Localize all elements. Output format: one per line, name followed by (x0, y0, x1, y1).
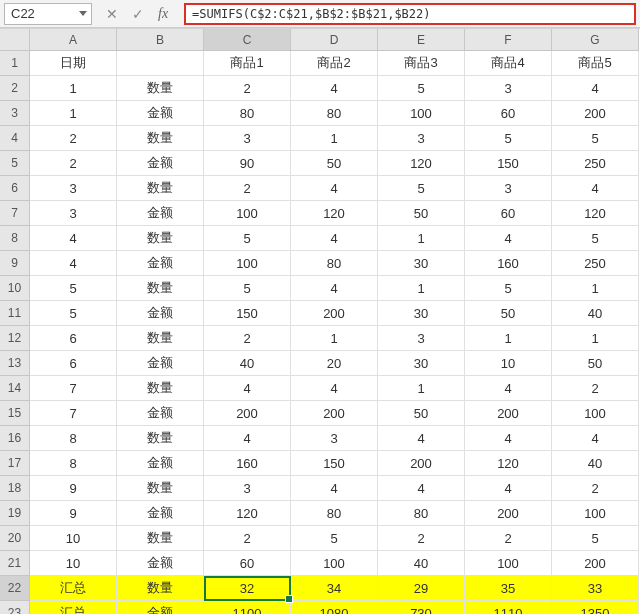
cell-C4[interactable]: 3 (204, 126, 291, 151)
row-header-12[interactable]: 12 (0, 326, 30, 351)
cell-E9[interactable]: 30 (378, 251, 465, 276)
cell-B3[interactable]: 金额 (117, 101, 204, 126)
cell-D7[interactable]: 120 (291, 201, 378, 226)
cell-F16[interactable]: 4 (465, 426, 552, 451)
cell-B4[interactable]: 数量 (117, 126, 204, 151)
cell-F15[interactable]: 200 (465, 401, 552, 426)
cell-D5[interactable]: 50 (291, 151, 378, 176)
cell-A12[interactable]: 6 (30, 326, 117, 351)
cell-B15[interactable]: 金额 (117, 401, 204, 426)
row-header-14[interactable]: 14 (0, 376, 30, 401)
fx-icon[interactable]: fx (158, 6, 174, 22)
cell-D23[interactable]: 1080 (291, 601, 378, 614)
row-header-4[interactable]: 4 (0, 126, 30, 151)
cell-E13[interactable]: 30 (378, 351, 465, 376)
cell-G22[interactable]: 33 (552, 576, 639, 601)
cell-E6[interactable]: 5 (378, 176, 465, 201)
cell-F17[interactable]: 120 (465, 451, 552, 476)
cell-B16[interactable]: 数量 (117, 426, 204, 451)
cell-C11[interactable]: 150 (204, 301, 291, 326)
cell-F10[interactable]: 5 (465, 276, 552, 301)
cell-E5[interactable]: 120 (378, 151, 465, 176)
col-header-C[interactable]: C (204, 29, 291, 51)
row-header-19[interactable]: 19 (0, 501, 30, 526)
cell-B10[interactable]: 数量 (117, 276, 204, 301)
cell-C6[interactable]: 2 (204, 176, 291, 201)
cell-F7[interactable]: 60 (465, 201, 552, 226)
cell-G18[interactable]: 2 (552, 476, 639, 501)
col-header-F[interactable]: F (465, 29, 552, 51)
cell-C13[interactable]: 40 (204, 351, 291, 376)
cell-G10[interactable]: 1 (552, 276, 639, 301)
cell-F22[interactable]: 35 (465, 576, 552, 601)
cell-F21[interactable]: 100 (465, 551, 552, 576)
cell-D4[interactable]: 1 (291, 126, 378, 151)
cell-B23[interactable]: 金额 (117, 601, 204, 614)
cell-D20[interactable]: 5 (291, 526, 378, 551)
row-header-22[interactable]: 22 (0, 576, 30, 601)
cell-A4[interactable]: 2 (30, 126, 117, 151)
cell-C21[interactable]: 60 (204, 551, 291, 576)
cell-B12[interactable]: 数量 (117, 326, 204, 351)
cell-C20[interactable]: 2 (204, 526, 291, 551)
row-header-6[interactable]: 6 (0, 176, 30, 201)
cell-D21[interactable]: 100 (291, 551, 378, 576)
cell-E2[interactable]: 5 (378, 76, 465, 101)
cell-E1[interactable]: 商品3 (378, 51, 465, 76)
cell-B7[interactable]: 金额 (117, 201, 204, 226)
cell-C8[interactable]: 5 (204, 226, 291, 251)
row-header-1[interactable]: 1 (0, 51, 30, 76)
cell-B20[interactable]: 数量 (117, 526, 204, 551)
cell-F2[interactable]: 3 (465, 76, 552, 101)
cell-B14[interactable]: 数量 (117, 376, 204, 401)
row-header-2[interactable]: 2 (0, 76, 30, 101)
cell-C10[interactable]: 5 (204, 276, 291, 301)
col-header-B[interactable]: B (117, 29, 204, 51)
cell-E8[interactable]: 1 (378, 226, 465, 251)
cell-G4[interactable]: 5 (552, 126, 639, 151)
row-header-17[interactable]: 17 (0, 451, 30, 476)
cell-A19[interactable]: 9 (30, 501, 117, 526)
cell-G7[interactable]: 120 (552, 201, 639, 226)
cell-D9[interactable]: 80 (291, 251, 378, 276)
cell-A6[interactable]: 3 (30, 176, 117, 201)
cell-E18[interactable]: 4 (378, 476, 465, 501)
cell-A7[interactable]: 3 (30, 201, 117, 226)
cell-G17[interactable]: 40 (552, 451, 639, 476)
cell-B5[interactable]: 金额 (117, 151, 204, 176)
formula-input[interactable]: =SUMIFS(C$2:C$21,$B$2:$B$21,$B22) (184, 3, 636, 25)
cell-D14[interactable]: 4 (291, 376, 378, 401)
cell-G21[interactable]: 200 (552, 551, 639, 576)
cell-G13[interactable]: 50 (552, 351, 639, 376)
cell-A5[interactable]: 2 (30, 151, 117, 176)
cell-A1[interactable]: 日期 (30, 51, 117, 76)
cell-F18[interactable]: 4 (465, 476, 552, 501)
cell-F5[interactable]: 150 (465, 151, 552, 176)
row-header-13[interactable]: 13 (0, 351, 30, 376)
cell-C3[interactable]: 80 (204, 101, 291, 126)
cell-E11[interactable]: 30 (378, 301, 465, 326)
cell-G23[interactable]: 1350 (552, 601, 639, 614)
cell-B22[interactable]: 数量 (117, 576, 204, 601)
cell-C22[interactable]: 32 (204, 576, 291, 601)
cell-E19[interactable]: 80 (378, 501, 465, 526)
cell-F11[interactable]: 50 (465, 301, 552, 326)
cell-C17[interactable]: 160 (204, 451, 291, 476)
cell-E21[interactable]: 40 (378, 551, 465, 576)
row-header-8[interactable]: 8 (0, 226, 30, 251)
col-header-D[interactable]: D (291, 29, 378, 51)
cell-C18[interactable]: 3 (204, 476, 291, 501)
cell-D19[interactable]: 80 (291, 501, 378, 526)
cell-F6[interactable]: 3 (465, 176, 552, 201)
cell-E10[interactable]: 1 (378, 276, 465, 301)
cell-A2[interactable]: 1 (30, 76, 117, 101)
cell-B1[interactable] (117, 51, 204, 76)
cell-C16[interactable]: 4 (204, 426, 291, 451)
cell-D3[interactable]: 80 (291, 101, 378, 126)
cell-B17[interactable]: 金额 (117, 451, 204, 476)
col-header-E[interactable]: E (378, 29, 465, 51)
cell-B11[interactable]: 金额 (117, 301, 204, 326)
cell-D8[interactable]: 4 (291, 226, 378, 251)
cell-A8[interactable]: 4 (30, 226, 117, 251)
cell-C1[interactable]: 商品1 (204, 51, 291, 76)
